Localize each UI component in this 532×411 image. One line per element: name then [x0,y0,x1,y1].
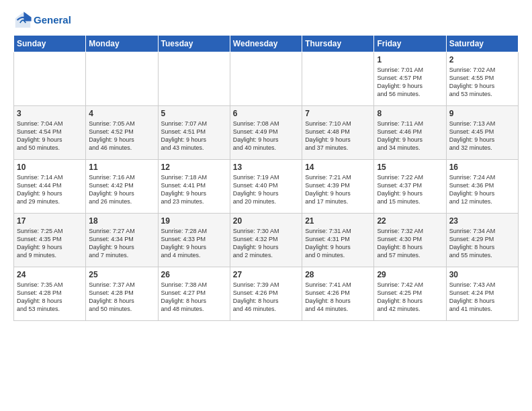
weekday-header: Tuesday [158,36,230,52]
day-info: Sunrise: 7:37 AM Sunset: 4:28 PM Dayligh… [89,281,154,314]
day-number: 7 [305,109,371,118]
day-number: 10 [17,163,83,172]
calendar-cell: 6Sunrise: 7:08 AM Sunset: 4:49 PM Daylig… [230,106,302,160]
day-info: Sunrise: 7:19 AM Sunset: 4:40 PM Dayligh… [233,173,299,206]
day-number: 4 [89,109,154,118]
logo: General [13,11,71,30]
calendar-cell: 11Sunrise: 7:16 AM Sunset: 4:42 PM Dayli… [86,160,158,214]
day-info: Sunrise: 7:11 AM Sunset: 4:46 PM Dayligh… [377,120,443,152]
calendar-cell: 23Sunrise: 7:34 AM Sunset: 4:29 PM Dayli… [446,214,518,267]
day-number: 25 [89,270,154,279]
day-number: 19 [161,216,227,226]
calendar-cell [86,52,158,106]
day-info: Sunrise: 7:39 AM Sunset: 4:26 PM Dayligh… [233,281,299,314]
day-number: 13 [233,163,299,172]
day-number: 1 [377,55,443,64]
day-info: Sunrise: 7:16 AM Sunset: 4:42 PM Dayligh… [89,173,154,206]
day-info: Sunrise: 7:22 AM Sunset: 4:37 PM Dayligh… [377,173,443,206]
day-number: 23 [449,216,515,226]
day-info: Sunrise: 7:25 AM Sunset: 4:35 PM Dayligh… [17,227,83,260]
calendar-cell: 5Sunrise: 7:07 AM Sunset: 4:51 PM Daylig… [158,106,230,160]
calendar-cell: 24Sunrise: 7:35 AM Sunset: 4:28 PM Dayli… [14,267,86,321]
day-number: 24 [17,270,83,279]
calendar-cell: 22Sunrise: 7:32 AM Sunset: 4:30 PM Dayli… [374,214,446,267]
weekday-header: Monday [86,36,158,52]
day-number: 20 [233,216,299,226]
day-info: Sunrise: 7:27 AM Sunset: 4:34 PM Dayligh… [89,227,154,260]
calendar-cell: 13Sunrise: 7:19 AM Sunset: 4:40 PM Dayli… [230,160,302,214]
calendar-cell: 27Sunrise: 7:39 AM Sunset: 4:26 PM Dayli… [230,267,302,321]
calendar-week-row: 17Sunrise: 7:25 AM Sunset: 4:35 PM Dayli… [14,214,519,267]
day-info: Sunrise: 7:08 AM Sunset: 4:49 PM Dayligh… [233,120,299,152]
calendar-week-row: 24Sunrise: 7:35 AM Sunset: 4:28 PM Dayli… [14,267,519,321]
weekday-header: Wednesday [230,36,302,52]
weekday-header: Saturday [446,36,518,52]
day-number: 6 [233,109,299,118]
header: General [13,11,519,30]
day-number: 18 [89,216,154,226]
day-info: Sunrise: 7:30 AM Sunset: 4:32 PM Dayligh… [233,227,299,260]
calendar-cell: 30Sunrise: 7:43 AM Sunset: 4:24 PM Dayli… [446,267,518,321]
day-number: 26 [161,270,227,279]
day-info: Sunrise: 7:21 AM Sunset: 4:39 PM Dayligh… [305,173,371,206]
day-number: 17 [17,216,83,226]
calendar-cell: 4Sunrise: 7:05 AM Sunset: 4:52 PM Daylig… [86,106,158,160]
day-info: Sunrise: 7:35 AM Sunset: 4:28 PM Dayligh… [17,281,83,314]
day-info: Sunrise: 7:42 AM Sunset: 4:25 PM Dayligh… [377,281,443,314]
day-info: Sunrise: 7:18 AM Sunset: 4:41 PM Dayligh… [161,173,227,206]
calendar-cell: 2Sunrise: 7:02 AM Sunset: 4:55 PM Daylig… [446,52,518,106]
calendar-cell [302,52,374,106]
day-info: Sunrise: 7:05 AM Sunset: 4:52 PM Dayligh… [89,120,154,152]
day-number: 8 [377,109,443,118]
day-info: Sunrise: 7:24 AM Sunset: 4:36 PM Dayligh… [449,173,515,206]
calendar-cell: 16Sunrise: 7:24 AM Sunset: 4:36 PM Dayli… [446,160,518,214]
day-info: Sunrise: 7:07 AM Sunset: 4:51 PM Dayligh… [161,120,227,152]
calendar-cell: 1Sunrise: 7:01 AM Sunset: 4:57 PM Daylig… [374,52,446,106]
day-number: 16 [449,163,515,172]
day-number: 11 [89,163,154,172]
calendar-cell: 28Sunrise: 7:41 AM Sunset: 4:26 PM Dayli… [302,267,374,321]
day-info: Sunrise: 7:28 AM Sunset: 4:33 PM Dayligh… [161,227,227,260]
day-number: 22 [377,216,443,226]
day-info: Sunrise: 7:31 AM Sunset: 4:31 PM Dayligh… [305,227,371,260]
day-number: 12 [161,163,227,172]
calendar-cell: 7Sunrise: 7:10 AM Sunset: 4:48 PM Daylig… [302,106,374,160]
calendar-cell: 8Sunrise: 7:11 AM Sunset: 4:46 PM Daylig… [374,106,446,160]
day-info: Sunrise: 7:01 AM Sunset: 4:57 PM Dayligh… [377,66,443,99]
calendar-cell: 26Sunrise: 7:38 AM Sunset: 4:27 PM Dayli… [158,267,230,321]
calendar-cell: 9Sunrise: 7:13 AM Sunset: 4:45 PM Daylig… [446,106,518,160]
day-info: Sunrise: 7:04 AM Sunset: 4:54 PM Dayligh… [17,120,83,152]
weekday-header: Thursday [302,36,374,52]
day-number: 2 [449,55,515,64]
logo-icon [13,11,32,30]
calendar-cell: 10Sunrise: 7:14 AM Sunset: 4:44 PM Dayli… [14,160,86,214]
day-info: Sunrise: 7:32 AM Sunset: 4:30 PM Dayligh… [377,227,443,260]
day-info: Sunrise: 7:38 AM Sunset: 4:27 PM Dayligh… [161,281,227,314]
day-info: Sunrise: 7:34 AM Sunset: 4:29 PM Dayligh… [449,227,515,260]
calendar-cell: 12Sunrise: 7:18 AM Sunset: 4:41 PM Dayli… [158,160,230,214]
calendar-header-row: SundayMondayTuesdayWednesdayThursdayFrid… [14,36,519,52]
day-info: Sunrise: 7:41 AM Sunset: 4:26 PM Dayligh… [305,281,371,314]
calendar-week-row: 10Sunrise: 7:14 AM Sunset: 4:44 PM Dayli… [14,160,519,214]
calendar-cell: 20Sunrise: 7:30 AM Sunset: 4:32 PM Dayli… [230,214,302,267]
calendar-cell: 3Sunrise: 7:04 AM Sunset: 4:54 PM Daylig… [14,106,86,160]
calendar-week-row: 1Sunrise: 7:01 AM Sunset: 4:57 PM Daylig… [14,52,519,106]
day-number: 15 [377,163,443,172]
day-number: 27 [233,270,299,279]
calendar-cell [158,52,230,106]
calendar-cell [230,52,302,106]
calendar-cell: 14Sunrise: 7:21 AM Sunset: 4:39 PM Dayli… [302,160,374,214]
day-info: Sunrise: 7:43 AM Sunset: 4:24 PM Dayligh… [449,281,515,314]
calendar-cell: 15Sunrise: 7:22 AM Sunset: 4:37 PM Dayli… [374,160,446,214]
calendar-cell: 25Sunrise: 7:37 AM Sunset: 4:28 PM Dayli… [86,267,158,321]
calendar-cell: 29Sunrise: 7:42 AM Sunset: 4:25 PM Dayli… [374,267,446,321]
weekday-header: Sunday [14,36,86,52]
page: General SundayMondayTuesdayWednesdayThur… [0,0,532,411]
day-info: Sunrise: 7:02 AM Sunset: 4:55 PM Dayligh… [449,66,515,99]
calendar-cell: 17Sunrise: 7:25 AM Sunset: 4:35 PM Dayli… [14,214,86,267]
day-info: Sunrise: 7:14 AM Sunset: 4:44 PM Dayligh… [17,173,83,206]
day-info: Sunrise: 7:10 AM Sunset: 4:48 PM Dayligh… [305,120,371,152]
weekday-header: Friday [374,36,446,52]
day-number: 14 [305,163,371,172]
day-number: 21 [305,216,371,226]
